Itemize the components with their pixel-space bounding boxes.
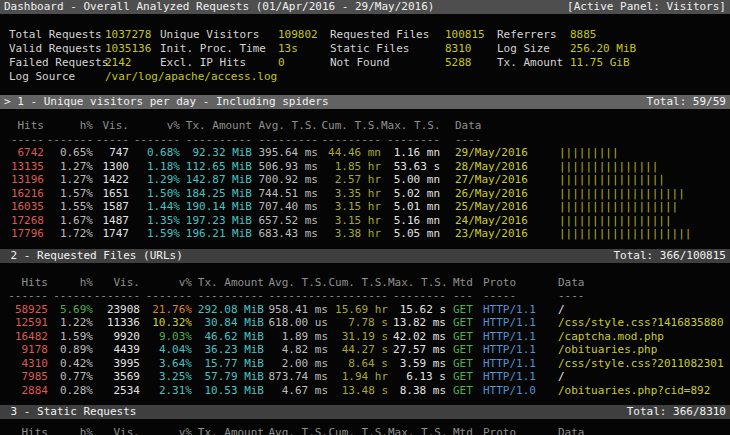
summary-value: 2142 [105,56,160,70]
hits-cell: 13196 [8,173,44,187]
table-row[interactable]: 43100.42%39953.64%15.77 MiB2.00 ms8.64 s… [0,357,730,371]
max-ts-cell: 13.82 ms [388,316,446,330]
visitors-percent-cell: 1.59% [129,227,180,241]
separator-dashes: ------- [129,133,180,147]
separator-dashes: ------ [8,289,48,303]
visitors-cell: 2534 [93,384,140,398]
panel-title: 2 - Requested Files (URLs) [4,249,183,263]
url-cell: /css/style.css?2011082301 [558,357,724,371]
url-cell: /obituaries.php?cid=892 [558,384,710,398]
url-cell: /obituaries.php [558,343,657,357]
max-ts-cell: 5.01 mn [381,200,440,214]
cum-column-header: Cum. T.S. [328,276,388,290]
hits-percent-cell: 1.27% [44,160,93,174]
panel-title: > 1 - Unique visitors per day - Includin… [4,95,329,109]
table-row[interactable]: 160351.55%15871.44%190.14 MiB707.40 ms3.… [0,200,730,214]
panel-header-static-requests[interactable]: 3 - Static Requests Total: 366/8310 [0,405,730,419]
panel-header-unique-visitors[interactable]: > 1 - Unique visitors per day - Includin… [0,95,730,109]
table-row[interactable]: 125911.22%1133610.32%30.84 MiB618.00 us7… [0,316,730,330]
panel-header-requested-files[interactable]: 2 - Requested Files (URLs) Total: 366/10… [0,249,730,263]
max-ts-cell: 5.02 mn [381,187,440,201]
summary-label: Log Source [9,70,105,84]
hits-bar: |||||||||||||||| [559,173,665,187]
table-row[interactable]: 172681.67%14871.35%197.23 MiB657.52 ms3.… [0,214,730,228]
table-row[interactable]: 67420.65%7470.68%92.32 MiB395.64 ms44.46… [0,146,730,160]
goaccess-terminal: Dashboard - Overall Analyzed Requests (0… [0,0,730,435]
table-row[interactable]: 91780.89%44394.04%36.23 MiB4.82 ms44.27 … [0,343,730,357]
method-cell: GET [453,316,483,330]
avg-column-header: Avg. T.S. [264,426,328,435]
tx-amount-cell: 197.23 MiB [180,214,252,228]
avg-ts-cell: 4.67 ms [264,384,328,398]
panel-total: Total: 59/59 [647,95,726,109]
separator-dashes: --------- [252,133,318,147]
summary-label: Excl. IP Hits [160,56,278,70]
table-column-headers: Hitsh%Vis.v%Tx. AmountAvg. T.S.Cum. T.S.… [0,426,730,435]
tx-amount-cell: 46.62 MiB [192,330,264,344]
panel-total: Total: 366/100815 [613,249,726,263]
avg-ts-cell: 700.92 ms [252,173,318,187]
vpct-column-header: v% [129,119,180,133]
summary-line: Failed Requests2142Excl. IP Hits0Not Fou… [0,56,730,70]
hits-percent-cell: 0.65% [44,146,93,160]
url-cell: / [558,303,565,317]
table-row[interactable]: 162161.57%16511.50%184.25 MiB744.51 ms3.… [0,187,730,201]
proto-column-header: Proto [483,276,558,290]
visitors-cell: 747 [93,146,129,160]
table-row[interactable]: 164821.59%99209.03%46.62 MiB1.89 ms31.19… [0,330,730,344]
hits-percent-cell: 0.89% [48,343,93,357]
separator-dashes: ---- [558,289,585,303]
avg-ts-cell: 657.52 ms [252,214,318,228]
vpct-column-header: v% [140,426,192,435]
summary-value: 8885 [570,28,597,42]
dashboard-title: Dashboard - Overall Analyzed Requests (0… [4,0,434,14]
cum-ts-cell: 7.78 s [328,316,388,330]
header-separator: ----------------------------------------… [0,289,730,303]
summary-value: 109802 [278,28,330,42]
date-cell: 28/May/2016 [455,160,559,174]
visitors-percent-cell: 1.35% [129,214,180,228]
summary-value: 256.20 MiB [570,42,636,56]
hits-cell: 16216 [8,187,44,201]
visitors-cell: 1747 [93,227,129,241]
table-row[interactable]: 131351.27%13001.18%112.65 MiB506.93 ms1.… [0,160,730,174]
hits-bar: |||||||||||||||||| [559,200,678,214]
summary-value: 11.75 GiB [570,56,630,70]
summary-label: Requested Files [330,28,445,42]
tx-amount-cell: 92.32 MiB [180,146,252,160]
tx-column-header: Tx. Amount [192,426,264,435]
table-row[interactable]: 177961.72%17471.59%196.21 MiB683.43 ms3.… [0,227,730,241]
vpct-column-header: v% [140,276,192,290]
hpct-column-header: h% [44,119,93,133]
hits-cell: 12591 [8,316,48,330]
avg-ts-cell: 4.82 ms [264,343,328,357]
table-row[interactable]: 28840.28%25342.31%10.53 MiB4.67 ms13.48 … [0,384,730,398]
table-row[interactable]: 79850.77%35693.25%57.79 MiB873.74 ms1.94… [0,370,730,384]
max-ts-cell: 5.16 mn [381,214,440,228]
summary-label: Total Requests [9,28,105,42]
mtd-column-header: Mtd [453,276,483,290]
date-cell: 24/May/2016 [455,214,559,228]
vis-column-header: Vis. [93,426,140,435]
visitors-cell: 3569 [93,370,140,384]
hits-percent-cell: 1.22% [48,316,93,330]
method-cell: GET [453,384,483,398]
table-row[interactable]: 589255.69%2390821.76%292.08 MiB958.41 ms… [0,303,730,317]
hits-percent-cell: 1.27% [44,173,93,187]
max-ts-cell: 3.59 ms [388,357,446,371]
protocol-cell: HTTP/1.1 [483,343,558,357]
summary-label: Static Files [330,42,445,56]
tx-amount-cell: 292.08 MiB [192,303,264,317]
cum-ts-cell: 13.48 s [328,384,388,398]
titlebar: Dashboard - Overall Analyzed Requests (0… [0,0,730,14]
visitors-cell: 1587 [93,200,129,214]
data-column-header: Data [558,276,585,290]
max-ts-cell: 42.02 ms [388,330,446,344]
table-row[interactable]: 131961.27%14221.29%142.87 MiB700.92 ms2.… [0,173,730,187]
max-ts-cell: 8.38 ms [388,384,446,398]
table-column-headers: Hitsh%Vis.v%Tx. AmountAvg. T.S.Cum. T.S.… [0,119,730,133]
cum-ts-cell: 15.69 hr [328,303,388,317]
avg-column-header: Avg. T.S. [252,119,318,133]
separator-dashes: ---------- [180,133,252,147]
hpct-column-header: h% [48,426,93,435]
